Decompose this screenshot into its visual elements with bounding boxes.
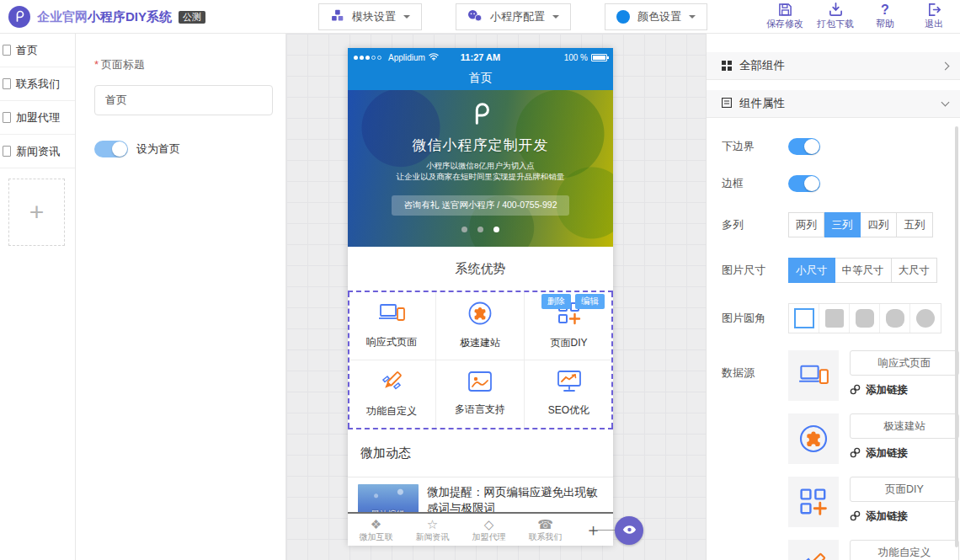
app-root: 企业官网小程序DIY系统 公测 模块设置 小程序配置 颜色设置 xyxy=(0,0,960,560)
diy-icon xyxy=(788,477,839,527)
tab-agency[interactable]: ◇ 加盟代理 xyxy=(461,516,517,543)
data-source-title-input[interactable] xyxy=(850,413,959,439)
feature-item-custom-functions[interactable]: 功能自定义 xyxy=(348,360,436,429)
sidebar-item-home[interactable]: 首页 xyxy=(0,34,75,67)
data-source-item-custom-functions: 添加链接 xyxy=(788,540,959,560)
header-actions: 保存修改 打包下载 ? 帮助 退出 xyxy=(766,3,952,30)
sidebar-item-contact[interactable]: 联系我们 xyxy=(0,67,75,101)
cubes-icon xyxy=(330,9,344,25)
component-props-header[interactable]: 组件属性 xyxy=(707,90,960,118)
image-radius-group xyxy=(788,303,941,333)
add-link-button[interactable]: 添加链接 xyxy=(850,446,959,461)
homepage-toggle-row: 设为首页 xyxy=(94,141,269,157)
phone-tab-bar: ❖ 微加互联 ☆ 新闻资讯 ◇ 加盟代理 ☎ 联系我们 ＋ xyxy=(348,512,613,546)
radius-swatch xyxy=(916,309,935,328)
battery-percent: 100 % xyxy=(564,53,588,62)
phone-nav-bar: 首页 xyxy=(348,67,613,90)
list-icon xyxy=(722,98,732,110)
tags-icon: ◇ xyxy=(484,518,494,531)
sidebar-item-agency[interactable]: 加盟代理 xyxy=(0,101,75,135)
chevron-right-icon xyxy=(941,61,950,70)
inspector-scrollbar[interactable] xyxy=(955,126,958,547)
feature-item-multilang[interactable]: 多语言支持 xyxy=(436,360,525,429)
brand: 企业官网小程序DIY系统 公测 xyxy=(8,6,205,28)
prop-columns: 多列 两列 三列 四列 五列 xyxy=(722,212,960,237)
add-link-button[interactable]: 添加链接 xyxy=(850,509,959,524)
all-components-header[interactable]: 全部组件 xyxy=(707,52,960,80)
radius-option-0[interactable] xyxy=(789,304,819,333)
size-option-medium[interactable]: 中等尺寸 xyxy=(835,258,892,283)
radius-option-3[interactable] xyxy=(880,304,910,333)
prop-image-size: 图片尺寸 小尺寸 中等尺寸 大尺寸 xyxy=(722,258,960,283)
document-icon xyxy=(3,146,11,157)
delete-button[interactable]: 删除 xyxy=(541,294,571,309)
size-option-large[interactable]: 大尺寸 xyxy=(892,258,938,283)
radius-option-4[interactable] xyxy=(910,304,941,333)
beta-badge: 公测 xyxy=(179,11,205,24)
tab-weijia[interactable]: ❖ 微加互联 xyxy=(348,516,404,543)
data-source-item-responsive: 添加链接 xyxy=(788,350,959,401)
exit-icon xyxy=(927,3,941,17)
border-toggle[interactable] xyxy=(788,175,820,192)
chevron-down-icon xyxy=(403,15,410,22)
status-left: Applidium xyxy=(354,52,453,62)
save-button[interactable]: 保存修改 xyxy=(766,3,803,30)
star-icon: ☆ xyxy=(427,518,438,531)
module-settings-button[interactable]: 模块设置 xyxy=(318,3,422,30)
page-title-input[interactable] xyxy=(94,85,273,115)
plus-icon: + xyxy=(29,198,45,227)
tab-news[interactable]: ☆ 新闻资讯 xyxy=(404,516,461,543)
radius-swatch xyxy=(825,309,844,328)
banner-subtitle: 小程序以微信8亿用户为切入点 让企业以及商家在短时间里实现提升品牌和销量 xyxy=(348,160,613,182)
banner-title: 微信小程序定制开发 xyxy=(348,136,613,155)
document-icon xyxy=(3,45,11,56)
components-grid-icon xyxy=(722,61,732,71)
download-icon xyxy=(829,3,843,17)
help-button[interactable]: ? 帮助 xyxy=(867,3,903,30)
chevron-down-icon xyxy=(941,99,950,107)
columns-option-4[interactable]: 四列 xyxy=(861,212,897,237)
header-menus: 模块设置 小程序配置 颜色设置 xyxy=(318,3,707,30)
feature-item-responsive[interactable]: 响应式页面 xyxy=(348,292,436,360)
prop-data-source: 数据源 添加链接 xyxy=(722,350,960,560)
monitor-chart-icon xyxy=(556,370,583,397)
tab-contact[interactable]: ☎ 联系我们 xyxy=(517,516,573,543)
preview-button[interactable] xyxy=(615,516,643,545)
document-icon xyxy=(3,78,11,89)
news-section-title: 微加动态 xyxy=(348,429,613,477)
app-logo-icon xyxy=(8,6,30,28)
columns-option-2[interactable]: 两列 xyxy=(788,212,824,237)
data-source-title-input[interactable] xyxy=(850,350,959,376)
data-source-title-input[interactable] xyxy=(850,540,959,560)
columns-option-5[interactable]: 五列 xyxy=(897,212,933,237)
preview-connector-line xyxy=(596,530,615,531)
feature-item-seo[interactable]: SEO优化 xyxy=(525,360,613,429)
sidebar-item-news[interactable]: 新闻资讯 xyxy=(0,135,75,168)
radius-swatch xyxy=(794,308,814,328)
download-button[interactable]: 打包下载 xyxy=(817,3,854,30)
feature-grid-selected[interactable]: 删除 编辑 响应式页面 极速建站 xyxy=(348,291,613,429)
size-option-small[interactable]: 小尺寸 xyxy=(788,258,835,283)
data-source-title-input[interactable] xyxy=(850,477,959,502)
toggle-knob xyxy=(804,176,819,191)
color-settings-button[interactable]: 颜色设置 xyxy=(605,3,707,30)
phone-icon: ☎ xyxy=(537,518,553,531)
exit-button[interactable]: 退出 xyxy=(916,3,952,30)
add-page-button[interactable]: + xyxy=(8,179,65,246)
phone-nav-title: 首页 xyxy=(469,71,493,86)
banner-cta[interactable]: 咨询有礼 送官网小程序 / 400-0755-992 xyxy=(392,195,568,216)
miniprogram-config-button[interactable]: 小程序配置 xyxy=(456,3,571,30)
radius-option-1[interactable] xyxy=(819,304,850,333)
add-link-button[interactable]: 添加链接 xyxy=(850,383,959,397)
status-right: 100 % xyxy=(508,53,607,62)
edit-button[interactable]: 编辑 xyxy=(575,294,605,309)
feature-item-fast-build[interactable]: 极速建站 xyxy=(436,292,525,360)
set-homepage-toggle[interactable] xyxy=(94,141,128,157)
radius-option-2[interactable] xyxy=(850,304,880,333)
bottom-border-toggle[interactable] xyxy=(788,138,820,155)
columns-option-3[interactable]: 三列 xyxy=(824,212,861,237)
banner-logo-icon xyxy=(348,102,613,131)
image-size-button-group: 小尺寸 中等尺寸 大尺寸 xyxy=(788,258,937,283)
banner-slide[interactable]: 微信小程序定制开发 小程序以微信8亿用户为切入点 让企业以及商家在短时间里实现提… xyxy=(348,90,613,247)
prop-bottom-border: 下边界 xyxy=(722,138,960,155)
